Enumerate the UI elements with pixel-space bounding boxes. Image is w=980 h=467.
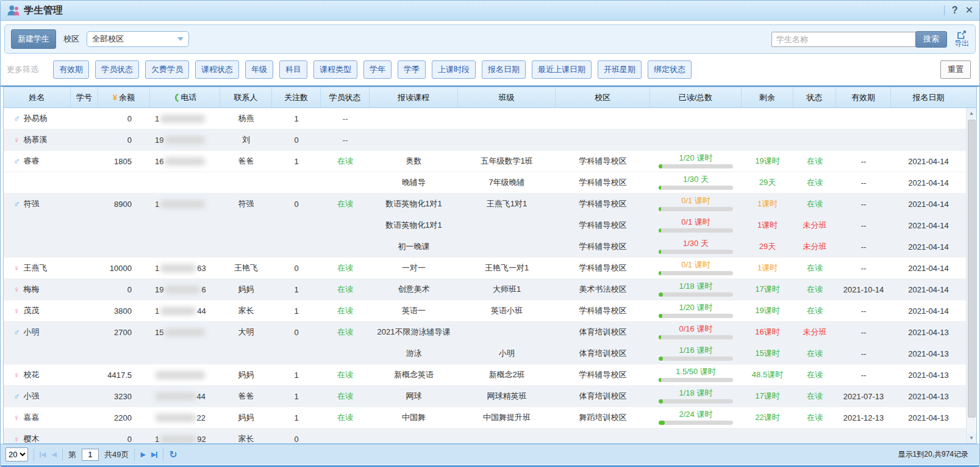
help-button[interactable]: ?	[952, 5, 958, 15]
col-header-follow-count[interactable]: 关注数	[272, 87, 321, 107]
table-row[interactable]: ♂睿睿180516爸爸1在读奥数五年级数学1班学科辅导校区1/20 课时19课时…	[4, 151, 966, 172]
balance-cell	[98, 172, 150, 193]
table-row[interactable]: ♂小明270015大明0在读2021不限游泳辅导课体育培训校区0/16 课时16…	[4, 322, 966, 343]
student-name[interactable]: 樱木	[24, 433, 40, 443]
table-row[interactable]: ♀樱木0192家长0	[4, 429, 966, 443]
filter-button-8[interactable]: 学季	[398, 60, 426, 79]
table-row[interactable]: ♂小强323044爸爸1在读网球网球精英班体育培训校区1/18 课时17课时在读…	[4, 386, 966, 407]
status-cell: 未分班	[793, 215, 836, 236]
new-student-button[interactable]: 新建学生	[11, 29, 56, 49]
campus-name: 体育培训校区	[579, 391, 627, 402]
table-row[interactable]: ♀王燕飞10000163王艳飞0在读一对一王艳飞一对1学科辅导校区0/1 课时1…	[4, 258, 966, 279]
filter-button-2[interactable]: 欠费学员	[145, 60, 189, 79]
scroll-up-icon[interactable]: ▲	[967, 108, 976, 118]
remaining-cell: 1课时	[742, 215, 793, 236]
name-cell	[4, 215, 71, 236]
col-header-class[interactable]: 班级	[458, 87, 556, 107]
table-row[interactable]: ♀嘉嘉220022妈妈1在读中国舞中国舞提升班舞蹈培训校区2/24 课时22课时…	[4, 407, 966, 429]
name-cell: ♂符强	[4, 194, 71, 214]
col-header-remaining[interactable]: 剩余	[742, 87, 793, 107]
search-input[interactable]	[771, 32, 918, 47]
filter-button-3[interactable]: 课程状态	[195, 60, 239, 79]
scroll-down-icon[interactable]: ▼	[967, 433, 976, 443]
student-no-cell	[71, 279, 98, 300]
student-name[interactable]: 茂茂	[24, 305, 40, 316]
filter-button-0[interactable]: 有效期	[53, 60, 89, 79]
student-name[interactable]: 校花	[24, 369, 40, 380]
reset-button[interactable]: 重置	[940, 60, 971, 79]
table-row[interactable]: 初一晚课学科辅导校区1/30 天29天未分班--2021-04-14	[4, 236, 966, 258]
col-header-reg-date[interactable]: 报名日期	[891, 87, 966, 107]
student-name[interactable]: 小强	[24, 391, 40, 402]
col-header-campus[interactable]: 校区	[556, 87, 650, 107]
filter-button-12[interactable]: 开班星期	[598, 60, 642, 79]
student-name[interactable]: 符强	[24, 198, 40, 209]
last-page-button[interactable]: ▶	[151, 451, 157, 458]
table-row[interactable]: ♀茂茂3800144家长1在读英语一英语小班学科辅导校区1/20 课时19课时在…	[4, 300, 966, 322]
campus-select[interactable]: 全部校区	[87, 31, 189, 47]
filter-button-10[interactable]: 报名日期	[482, 60, 526, 79]
filter-button-4[interactable]: 年级	[245, 60, 273, 79]
export-button[interactable]: 导出	[954, 31, 969, 48]
col-header-progress[interactable]: 已读/总数	[650, 87, 742, 107]
student-name[interactable]: 睿睿	[24, 156, 40, 167]
student-name[interactable]: 梅梅	[24, 284, 40, 295]
col-header-contact[interactable]: 联系人	[220, 87, 272, 107]
status-cell: 在读	[793, 194, 836, 214]
student-name[interactable]: 杨慕溪	[24, 134, 48, 145]
table-row[interactable]: 晚辅导7年级晚辅学科辅导校区1/30 天29天在读--2021-04-14	[4, 172, 966, 194]
filter-button-9[interactable]: 上课时段	[432, 60, 476, 79]
col-header-valid-until[interactable]: 有效期	[836, 87, 891, 107]
close-button[interactable]: ✕	[965, 5, 973, 15]
scrollbar-thumb[interactable]	[968, 120, 976, 418]
progress-bar	[659, 186, 733, 190]
filter-button-7[interactable]: 学年	[363, 60, 392, 79]
col-header-name[interactable]: 姓名	[4, 87, 71, 107]
table-row[interactable]: ♂符强89001符强0在读数语英物化1对1王燕飞1对1学科辅导校区0/1 课时1…	[4, 194, 966, 215]
phone-prefix: 15	[155, 328, 163, 337]
table-row[interactable]: ♀校花4417.5妈妈1在读新概念英语新概念2班学科辅导校区1.5/50 课时4…	[4, 364, 966, 386]
valid-until: --	[861, 242, 867, 252]
student-name[interactable]: 小明	[24, 327, 40, 338]
col-header-course[interactable]: 报读课程	[370, 87, 458, 107]
page-number-input[interactable]	[82, 449, 99, 461]
filter-button-1[interactable]: 学员状态	[95, 60, 139, 79]
col-header-balance[interactable]: ¥余额	[98, 87, 150, 107]
reg-date: 2021-04-13	[908, 413, 949, 422]
search-button[interactable]: 搜索	[915, 31, 947, 48]
female-icon: ♀	[13, 284, 20, 294]
col-header-status[interactable]: 状态	[793, 87, 836, 107]
progress-fill	[659, 314, 662, 318]
remaining-value: 15课时	[755, 348, 779, 359]
table-row[interactable]: ♀梅梅0196妈妈1在读创意美术大师班1美术书法校区1/18 课时17课时在读2…	[4, 279, 966, 300]
progress-text: 0/1 课时	[681, 261, 710, 269]
phone-suffix: 44	[197, 392, 206, 401]
next-page-button[interactable]: ▶	[140, 451, 145, 458]
student-name[interactable]: 嘉嘉	[24, 412, 40, 423]
table-row[interactable]: 数语英物化1对1学科辅导校区0/1 课时1课时未分班--2021-04-14	[4, 215, 966, 236]
col-header-label: 学号	[76, 92, 92, 103]
prev-page-button[interactable]: ◀	[51, 451, 56, 458]
table-row[interactable]: 游泳小明体育培训校区1/16 课时15课时在读--2021-04-13	[4, 343, 966, 364]
page-size-select[interactable]: 20	[5, 447, 28, 462]
vertical-scrollbar[interactable]: ▲ ▼	[966, 108, 976, 443]
refresh-icon[interactable]: ↻	[169, 450, 177, 460]
table-row[interactable]: ♀杨慕溪019刘0--	[4, 129, 966, 151]
col-header-student-no[interactable]: 学号	[71, 87, 98, 107]
status-badge: 在读	[807, 262, 823, 273]
col-header-phone[interactable]: 电话	[150, 87, 220, 107]
col-header-member-status[interactable]: 学员状态	[321, 87, 370, 107]
filter-button-6[interactable]: 课程类型	[313, 60, 357, 79]
student-name[interactable]: 孙易杨	[24, 113, 48, 124]
filter-button-5[interactable]: 科目	[279, 60, 307, 79]
student-name[interactable]: 王燕飞	[24, 262, 48, 273]
reg-date-cell: 2021-04-14	[891, 258, 966, 278]
table-row[interactable]: ♂孙易杨01杨燕1--	[4, 108, 966, 129]
status-cell	[793, 108, 836, 129]
filter-button-13[interactable]: 绑定状态	[648, 60, 692, 79]
first-page-button[interactable]: ◀	[40, 451, 46, 458]
filter-button-11[interactable]: 最近上课日期	[532, 60, 592, 79]
follow-count-cell	[272, 172, 321, 193]
follow-count-cell	[272, 343, 321, 364]
phone-suffix: 63	[197, 264, 206, 273]
